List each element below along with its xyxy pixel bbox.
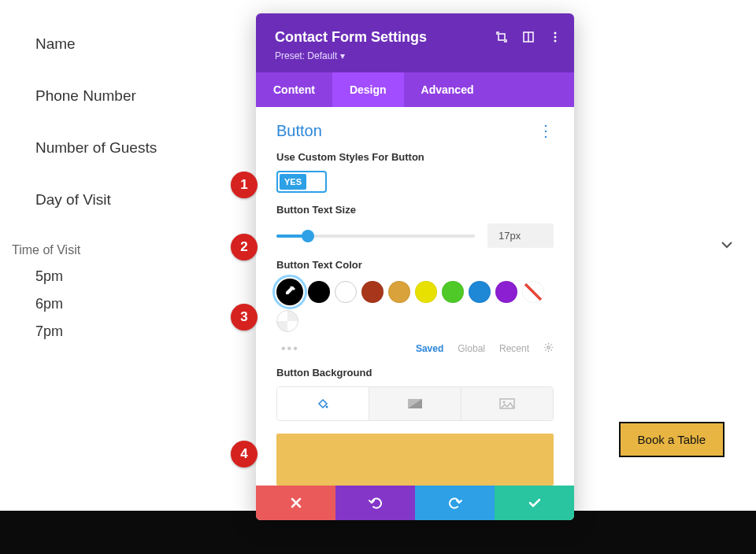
cancel-button[interactable] [256,486,335,520]
color-settings-icon[interactable] [543,342,554,355]
tab-content[interactable]: Content [256,72,332,107]
svg-point-5 [554,40,557,42]
color-swatches [276,279,554,332]
panel-body: Button ⋮ Use Custom Styles For Button YE… [256,107,574,486]
background-preview[interactable] [276,434,554,486]
toggle-yes-label: YES [280,174,306,190]
color-swatch-blue[interactable] [469,281,491,303]
custom-styles-label: Use Custom Styles For Button [276,151,554,163]
svg-point-4 [554,36,557,39]
color-picker-eyedropper[interactable] [276,279,303,305]
color-swatch-green[interactable] [442,281,464,303]
preset-selector[interactable]: Preset: Default ▾ [275,50,555,61]
section-menu-icon[interactable]: ⋮ [538,121,554,140]
svg-point-3 [554,32,557,35]
section-title[interactable]: Button [276,122,322,140]
bg-tab-fill[interactable] [277,387,369,420]
redo-button[interactable] [415,486,495,520]
time-of-visit-label: Time of Visit [12,243,248,257]
time-option-5pm[interactable]: 5pm [35,268,248,285]
time-option-7pm[interactable]: 7pm [35,323,248,340]
time-option-6pm[interactable]: 6pm [35,296,248,312]
text-size-value[interactable]: 17px [487,223,554,248]
background-type-tabs [276,386,554,421]
color-swatch-yellow[interactable] [415,281,437,303]
bg-tab-image[interactable] [461,387,553,420]
button-background-label: Button Background [276,367,554,379]
tabs: Content Design Advanced [256,72,574,107]
field-day[interactable]: Day of Visit [35,191,248,209]
expand-icon[interactable] [495,31,508,43]
annotation-marker-4: 4 [231,441,258,467]
text-size-label: Button Text Size [276,204,554,216]
toggle-knob [309,175,324,189]
field-name[interactable]: Name [35,35,248,53]
color-tab-recent[interactable]: Recent [499,343,529,354]
color-swatch-gold[interactable] [388,281,410,303]
color-swatch-transparent[interactable] [276,310,298,332]
svg-point-7 [326,406,328,408]
field-phone[interactable]: Phone Number [35,87,248,105]
color-swatch-none[interactable] [522,281,544,303]
layout-icon[interactable] [522,31,535,43]
more-menu-icon[interactable] [549,31,561,43]
text-color-label: Button Text Color [276,259,554,271]
background-form: Name Phone Number Number of Guests Day o… [12,20,248,351]
color-swatch-darkred[interactable] [361,281,384,303]
tab-advanced[interactable]: Advanced [404,72,491,107]
dropdown-caret-icon[interactable] [721,238,732,252]
annotation-marker-3: 3 [231,304,258,331]
custom-styles-toggle[interactable]: YES [276,171,327,193]
settings-panel: Contact Form Settings Preset: Default ▾ … [256,13,574,520]
annotation-marker-2: 2 [231,234,258,260]
bg-tab-gradient[interactable] [369,387,461,420]
color-swatch-purple[interactable] [495,281,517,303]
annotation-marker-1: 1 [231,172,258,198]
color-swatch-white[interactable] [335,281,357,303]
more-colors-icon[interactable]: ••• [276,342,402,356]
undo-button[interactable] [335,486,415,520]
svg-point-6 [547,346,550,349]
tab-design[interactable]: Design [332,72,404,107]
panel-header: Contact Form Settings Preset: Default ▾ [256,13,574,72]
color-tab-global[interactable]: Global [458,343,485,354]
color-tab-saved[interactable]: Saved [416,343,443,354]
slider-thumb[interactable] [302,230,314,242]
book-table-button[interactable]: Book a Table [619,422,724,457]
save-button[interactable] [495,486,574,520]
svg-point-10 [503,401,506,404]
svg-rect-0 [498,34,505,40]
field-guests[interactable]: Number of Guests [35,139,248,157]
text-size-slider[interactable] [276,235,475,238]
color-swatch-black[interactable] [308,281,330,303]
action-bar [256,486,574,520]
